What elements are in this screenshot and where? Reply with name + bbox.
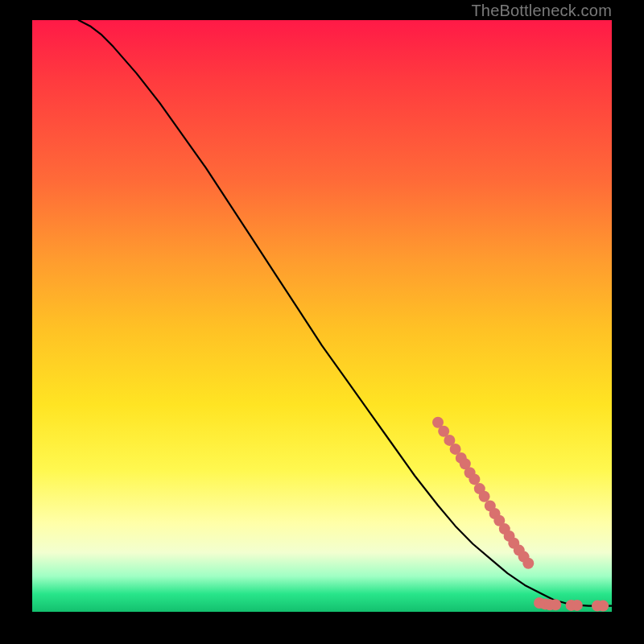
data-marker [597,601,609,612]
data-marker [572,600,583,611]
bottleneck-curve [79,20,612,606]
data-marker [479,491,490,502]
plot-gradient-area [32,20,612,612]
watermark-text: TheBottleneck.com [471,2,612,20]
data-marker [522,558,534,569]
curve-layer [32,20,612,612]
data-marker [550,599,561,610]
chart-frame: TheBottleneck.com [0,0,644,644]
